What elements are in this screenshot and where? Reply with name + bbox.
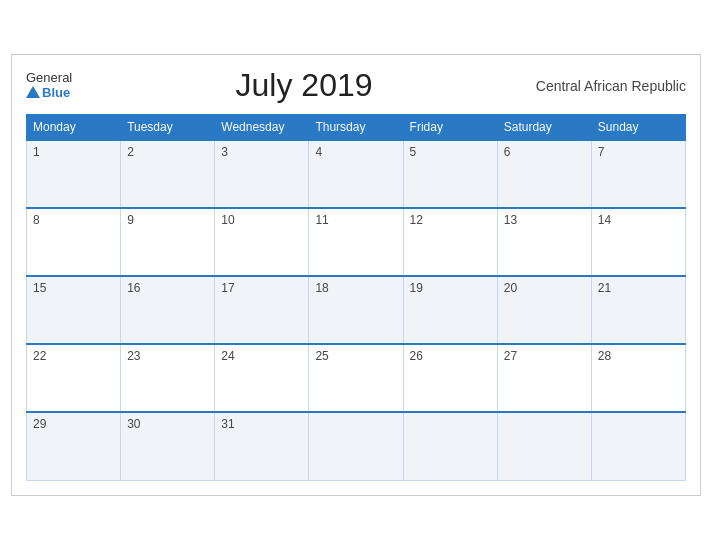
calendar-day-cell [403,412,497,480]
logo-blue-area: Blue [26,85,70,100]
day-number: 24 [221,349,234,363]
calendar-day-cell: 7 [591,140,685,208]
calendar-day-cell: 2 [121,140,215,208]
day-number: 6 [504,145,511,159]
weekday-header: Saturday [497,115,591,141]
day-number: 29 [33,417,46,431]
calendar-region: Central African Republic [536,78,686,94]
day-number: 18 [315,281,328,295]
calendar-day-cell: 31 [215,412,309,480]
calendar-container: General Blue July 2019 Central African R… [11,54,701,496]
day-number: 28 [598,349,611,363]
day-number: 5 [410,145,417,159]
calendar-day-cell: 1 [27,140,121,208]
calendar-day-cell [497,412,591,480]
day-number: 12 [410,213,423,227]
logo-triangle-icon [26,86,40,98]
day-number: 7 [598,145,605,159]
day-number: 15 [33,281,46,295]
calendar-day-cell: 8 [27,208,121,276]
calendar-day-cell: 21 [591,276,685,344]
calendar-thead: MondayTuesdayWednesdayThursdayFridaySatu… [27,115,686,141]
calendar-day-cell: 29 [27,412,121,480]
logo-general-text: General [26,71,72,85]
day-number: 3 [221,145,228,159]
calendar-day-cell: 14 [591,208,685,276]
day-number: 1 [33,145,40,159]
calendar-day-cell: 9 [121,208,215,276]
calendar-table: MondayTuesdayWednesdayThursdayFridaySatu… [26,114,686,481]
calendar-day-cell [591,412,685,480]
calendar-day-cell: 26 [403,344,497,412]
calendar-header: General Blue July 2019 Central African R… [26,67,686,104]
calendar-day-cell: 23 [121,344,215,412]
calendar-day-cell: 4 [309,140,403,208]
weekday-header: Sunday [591,115,685,141]
weekday-header: Wednesday [215,115,309,141]
calendar-day-cell: 5 [403,140,497,208]
day-number: 10 [221,213,234,227]
calendar-day-cell: 30 [121,412,215,480]
calendar-day-cell: 25 [309,344,403,412]
day-number: 20 [504,281,517,295]
calendar-tbody: 1234567891011121314151617181920212223242… [27,140,686,480]
day-number: 31 [221,417,234,431]
calendar-week-row: 293031 [27,412,686,480]
day-number: 25 [315,349,328,363]
calendar-title: July 2019 [236,67,373,104]
calendar-week-row: 1234567 [27,140,686,208]
logo-area: General Blue [26,71,72,100]
calendar-day-cell: 20 [497,276,591,344]
calendar-day-cell: 18 [309,276,403,344]
day-number: 4 [315,145,322,159]
day-number: 17 [221,281,234,295]
day-number: 2 [127,145,134,159]
day-number: 19 [410,281,423,295]
calendar-day-cell: 11 [309,208,403,276]
weekday-header: Monday [27,115,121,141]
calendar-day-cell: 17 [215,276,309,344]
calendar-day-cell: 16 [121,276,215,344]
calendar-week-row: 891011121314 [27,208,686,276]
calendar-day-cell: 24 [215,344,309,412]
calendar-day-cell: 13 [497,208,591,276]
calendar-day-cell: 28 [591,344,685,412]
day-number: 27 [504,349,517,363]
day-number: 13 [504,213,517,227]
calendar-day-cell [309,412,403,480]
day-number: 9 [127,213,134,227]
day-number: 23 [127,349,140,363]
calendar-day-cell: 27 [497,344,591,412]
calendar-day-cell: 22 [27,344,121,412]
calendar-day-cell: 10 [215,208,309,276]
logo-blue-text: Blue [42,85,70,100]
day-number: 11 [315,213,328,227]
weekday-header: Tuesday [121,115,215,141]
calendar-week-row: 15161718192021 [27,276,686,344]
day-number: 26 [410,349,423,363]
calendar-week-row: 22232425262728 [27,344,686,412]
calendar-day-cell: 3 [215,140,309,208]
day-number: 16 [127,281,140,295]
day-number: 14 [598,213,611,227]
day-number: 22 [33,349,46,363]
weekday-header-row: MondayTuesdayWednesdayThursdayFridaySatu… [27,115,686,141]
day-number: 8 [33,213,40,227]
day-number: 21 [598,281,611,295]
calendar-day-cell: 19 [403,276,497,344]
weekday-header: Thursday [309,115,403,141]
day-number: 30 [127,417,140,431]
weekday-header: Friday [403,115,497,141]
calendar-day-cell: 6 [497,140,591,208]
calendar-day-cell: 12 [403,208,497,276]
calendar-day-cell: 15 [27,276,121,344]
